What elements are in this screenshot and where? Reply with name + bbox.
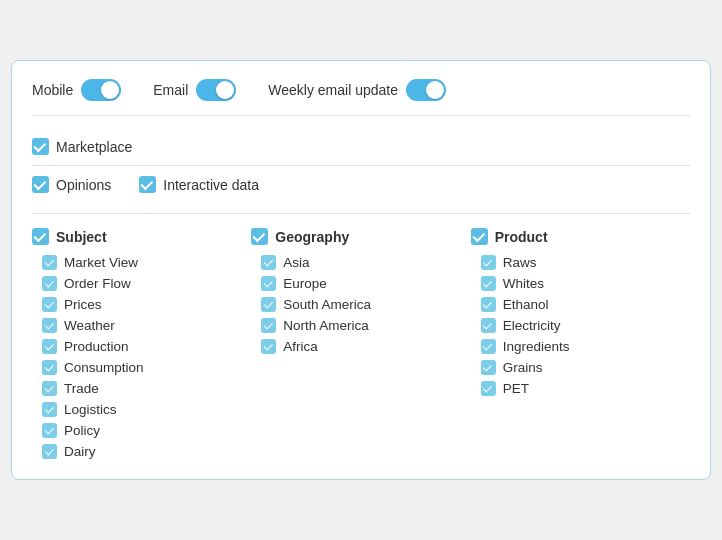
opinions-row: Opinions Interactive data xyxy=(32,166,690,203)
consumption-label: Consumption xyxy=(64,360,144,375)
grains-checkbox[interactable] xyxy=(481,360,496,375)
ingredients-label: Ingredients xyxy=(503,339,570,354)
south-america-item[interactable]: South America xyxy=(261,297,470,312)
europe-item[interactable]: Europe xyxy=(261,276,470,291)
consumption-checkbox[interactable] xyxy=(42,360,57,375)
weather-item[interactable]: Weather xyxy=(42,318,251,333)
africa-label: Africa xyxy=(283,339,318,354)
pet-item[interactable]: PET xyxy=(481,381,690,396)
order-flow-label: Order Flow xyxy=(64,276,131,291)
toggle-row: Mobile Email Weekly email update xyxy=(32,79,690,116)
logistics-item[interactable]: Logistics xyxy=(42,402,251,417)
email-label: Email xyxy=(153,82,188,98)
mobile-toggle-item: Mobile xyxy=(32,79,121,101)
email-toggle-item: Email xyxy=(153,79,236,101)
production-label: Production xyxy=(64,339,129,354)
marketplace-row: Marketplace xyxy=(32,128,690,166)
north-america-label: North America xyxy=(283,318,369,333)
africa-item[interactable]: Africa xyxy=(261,339,470,354)
columns-section: Subject Market View Order Flow Prices W xyxy=(32,214,690,459)
product-checkbox[interactable] xyxy=(471,228,488,245)
logistics-label: Logistics xyxy=(64,402,117,417)
dairy-item[interactable]: Dairy xyxy=(42,444,251,459)
mobile-toggle[interactable] xyxy=(81,79,121,101)
mobile-toggle-knob xyxy=(101,81,119,99)
electricity-item[interactable]: Electricity xyxy=(481,318,690,333)
prices-label: Prices xyxy=(64,297,102,312)
geography-checkbox[interactable] xyxy=(251,228,268,245)
subject-checkbox[interactable] xyxy=(32,228,49,245)
pet-checkbox[interactable] xyxy=(481,381,496,396)
dairy-label: Dairy xyxy=(64,444,96,459)
prices-item[interactable]: Prices xyxy=(42,297,251,312)
geography-column: Geography Asia Europe South America Nor xyxy=(251,228,470,459)
email-toggle[interactable] xyxy=(196,79,236,101)
raws-item[interactable]: Raws xyxy=(481,255,690,270)
whites-label: Whites xyxy=(503,276,544,291)
opinions-checkbox-item[interactable]: Opinions xyxy=(32,176,111,193)
whites-checkbox[interactable] xyxy=(481,276,496,291)
weather-label: Weather xyxy=(64,318,115,333)
europe-label: Europe xyxy=(283,276,327,291)
policy-label: Policy xyxy=(64,423,100,438)
settings-card: Mobile Email Weekly email update Marketp… xyxy=(11,60,711,480)
electricity-label: Electricity xyxy=(503,318,561,333)
product-header: Product xyxy=(471,228,690,245)
market-view-checkbox[interactable] xyxy=(42,255,57,270)
africa-checkbox[interactable] xyxy=(261,339,276,354)
consumption-item[interactable]: Consumption xyxy=(42,360,251,375)
whites-item[interactable]: Whites xyxy=(481,276,690,291)
production-item[interactable]: Production xyxy=(42,339,251,354)
asia-item[interactable]: Asia xyxy=(261,255,470,270)
subject-header: Subject xyxy=(32,228,251,245)
electricity-checkbox[interactable] xyxy=(481,318,496,333)
north-america-checkbox[interactable] xyxy=(261,318,276,333)
marketplace-checkbox-label: Marketplace xyxy=(56,139,132,155)
order-flow-item[interactable]: Order Flow xyxy=(42,276,251,291)
market-view-item[interactable]: Market View xyxy=(42,255,251,270)
ingredients-checkbox[interactable] xyxy=(481,339,496,354)
weather-checkbox[interactable] xyxy=(42,318,57,333)
south-america-checkbox[interactable] xyxy=(261,297,276,312)
geography-items: Asia Europe South America North America … xyxy=(251,255,470,354)
order-flow-checkbox[interactable] xyxy=(42,276,57,291)
marketplace-checkbox[interactable] xyxy=(32,138,49,155)
production-checkbox[interactable] xyxy=(42,339,57,354)
raws-checkbox[interactable] xyxy=(481,255,496,270)
subject-column: Subject Market View Order Flow Prices W xyxy=(32,228,251,459)
subject-header-label: Subject xyxy=(56,229,107,245)
policy-item[interactable]: Policy xyxy=(42,423,251,438)
product-column: Product Raws Whites Ethanol Electricity xyxy=(471,228,690,459)
opinions-checkbox-label: Opinions xyxy=(56,177,111,193)
dairy-checkbox[interactable] xyxy=(42,444,57,459)
interactive-data-checkbox[interactable] xyxy=(139,176,156,193)
interactive-data-checkbox-label: Interactive data xyxy=(163,177,259,193)
market-view-label: Market View xyxy=(64,255,138,270)
trade-item[interactable]: Trade xyxy=(42,381,251,396)
grains-item[interactable]: Grains xyxy=(481,360,690,375)
ethanol-label: Ethanol xyxy=(503,297,549,312)
weekly-email-label: Weekly email update xyxy=(268,82,398,98)
product-header-label: Product xyxy=(495,229,548,245)
weekly-email-toggle-knob xyxy=(426,81,444,99)
ethanol-checkbox[interactable] xyxy=(481,297,496,312)
opinions-checkbox[interactable] xyxy=(32,176,49,193)
pet-label: PET xyxy=(503,381,529,396)
weekly-email-toggle-item: Weekly email update xyxy=(268,79,446,101)
trade-checkbox[interactable] xyxy=(42,381,57,396)
ingredients-item[interactable]: Ingredients xyxy=(481,339,690,354)
asia-label: Asia xyxy=(283,255,309,270)
asia-checkbox[interactable] xyxy=(261,255,276,270)
south-america-label: South America xyxy=(283,297,371,312)
interactive-data-checkbox-item[interactable]: Interactive data xyxy=(139,176,259,193)
weekly-email-toggle[interactable] xyxy=(406,79,446,101)
north-america-item[interactable]: North America xyxy=(261,318,470,333)
trade-label: Trade xyxy=(64,381,99,396)
marketplace-checkbox-item[interactable]: Marketplace xyxy=(32,138,132,155)
grains-label: Grains xyxy=(503,360,543,375)
policy-checkbox[interactable] xyxy=(42,423,57,438)
prices-checkbox[interactable] xyxy=(42,297,57,312)
logistics-checkbox[interactable] xyxy=(42,402,57,417)
ethanol-item[interactable]: Ethanol xyxy=(481,297,690,312)
europe-checkbox[interactable] xyxy=(261,276,276,291)
